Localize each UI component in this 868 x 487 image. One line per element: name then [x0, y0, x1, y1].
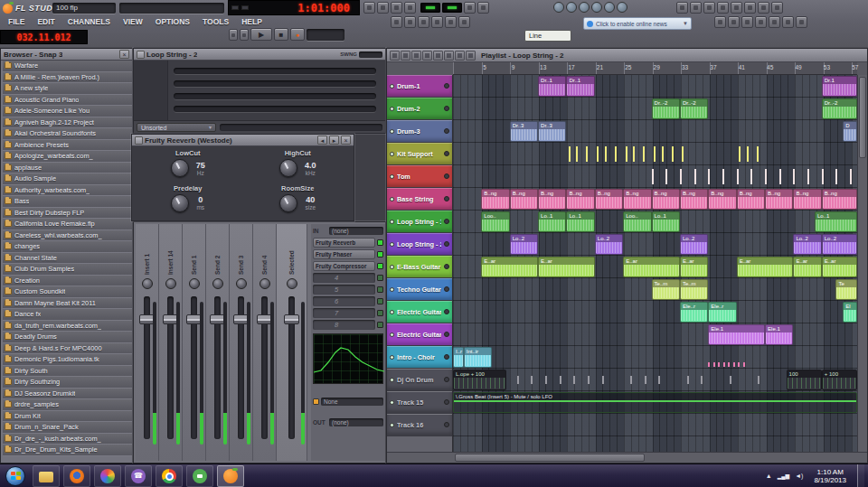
browser-item[interactable]: Akai Orchestral Soundfonts: [3, 128, 132, 140]
track-mute-icon[interactable]: [390, 242, 394, 247]
fx-enable-led[interactable]: [377, 251, 383, 258]
pattern-mark[interactable]: [672, 146, 674, 162]
browser-item[interactable]: Dr_dre_-_kush.arbeats.com_: [3, 434, 132, 445]
track-header[interactable]: Drum-1: [387, 75, 452, 98]
playlist-clip[interactable]: Te..m: [680, 279, 708, 300]
browser-item[interactable]: Drum_n_Snare_Pack: [3, 422, 132, 434]
delete-tool-icon[interactable]: [433, 51, 443, 61]
playlist-clip[interactable]: Dr..-2: [680, 98, 708, 119]
fx-slot-8[interactable]: 8: [313, 320, 383, 330]
playlist-clip[interactable]: D: [843, 121, 857, 142]
menu-tools[interactable]: TOOLS: [196, 16, 235, 28]
pattern-mark[interactable]: [701, 376, 703, 384]
time-mode-button[interactable]: [231, 5, 239, 10]
track-mute-icon[interactable]: [390, 332, 394, 337]
menu-channels[interactable]: CHANNELS: [61, 16, 117, 28]
toolbar-button-icon[interactable]: [445, 16, 457, 28]
playlist-clip[interactable]: Lo..1: [538, 211, 566, 232]
playlist-clip[interactable]: E..ar: [793, 257, 821, 277]
fx-slot-7[interactable]: 7: [313, 308, 383, 318]
pattern-mark[interactable]: [687, 376, 689, 384]
playlist-clip[interactable]: Dr..-2: [652, 98, 680, 119]
playlist-clip[interactable]: Int..ir: [464, 347, 492, 368]
browser-item[interactable]: Audio Sample: [3, 173, 132, 185]
playlist-grid[interactable]: Dr..1Dr..1Dr.1Dr..-2Dr..-2Dr..-2Dr..3Dr.…: [453, 75, 857, 452]
playlist-clip[interactable]: El: [843, 302, 857, 323]
pattern-mark[interactable]: [658, 376, 660, 384]
playlist-clip[interactable]: Dr..1: [538, 76, 566, 97]
browser-item[interactable]: Deep & Hard.s For MPC4000: [3, 343, 132, 355]
pattern-mark[interactable]: [545, 376, 547, 384]
browser-item[interactable]: Ambience Presets: [3, 140, 132, 152]
pattern-mark[interactable]: [750, 169, 752, 184]
sort-mode-dropdown[interactable]: Unsorted: [137, 123, 216, 132]
pan-knob[interactable]: [287, 278, 297, 289]
track-header[interactable]: Electric Guitar (12: [387, 323, 452, 346]
window-toggle-icon[interactable]: [553, 2, 564, 13]
track-header[interactable]: Intro - Choir: [387, 346, 452, 369]
browser-item[interactable]: Dr_Dre_Drum_Kits_Sample: [3, 445, 132, 456]
playlist-clip[interactable]: Ele.1: [708, 324, 765, 345]
pattern-mark[interactable]: [665, 169, 667, 184]
playlist-clip[interactable]: Dr..3: [538, 121, 566, 142]
close-icon[interactable]: ×: [341, 136, 351, 145]
toolbar-button-icon[interactable]: [769, 16, 780, 28]
pattern-mark[interactable]: [615, 146, 617, 162]
playlist-clip[interactable]: Ele..r: [680, 302, 708, 323]
eq-preset-select[interactable]: None: [321, 398, 383, 406]
playlist-clip[interactable]: E..ar: [623, 257, 680, 277]
playlist-clip[interactable]: I..r: [453, 347, 464, 368]
track-mute-icon[interactable]: [390, 84, 394, 89]
mixer-strip[interactable]: Send 3: [230, 224, 253, 461]
playlist-titlebar[interactable]: Playlist - Loop String - 2: [387, 49, 867, 62]
playlist-clip[interactable]: E..ar: [481, 257, 538, 277]
pencil-tool-icon[interactable]: [411, 51, 421, 61]
playlist-clip[interactable]: Lo..2: [510, 234, 538, 255]
pan-knob[interactable]: [212, 278, 223, 289]
knob-dial[interactable]: [279, 194, 297, 212]
playlist-clip[interactable]: B..ng: [822, 189, 857, 210]
menu-options[interactable]: OPTIONS: [149, 16, 196, 28]
pattern-mark[interactable]: [654, 146, 656, 162]
pattern-mark[interactable]: [626, 146, 627, 162]
scrollbar-thumb[interactable]: [859, 77, 866, 158]
browser-item[interactable]: Club Drum Samples: [3, 264, 132, 276]
pattern-mark[interactable]: [645, 376, 646, 384]
playlist-clip[interactable]: 100: [787, 370, 822, 390]
output-select[interactable]: (none): [329, 418, 383, 426]
pattern-mark[interactable]: [728, 362, 730, 367]
playlist-clip[interactable]: B..ng: [793, 189, 821, 210]
pattern-mark[interactable]: [737, 169, 739, 184]
playlist-clip[interactable]: Lo..1: [815, 211, 857, 232]
toolbar-button-icon[interactable]: [690, 2, 702, 14]
input-select[interactable]: (none): [329, 227, 383, 235]
playlist-clip[interactable]: Dr..1: [566, 76, 594, 97]
fx-enable-led[interactable]: [377, 310, 383, 316]
pan-knob[interactable]: [165, 278, 176, 289]
track-header[interactable]: Techno Guitar Rhyt: [387, 278, 452, 301]
pattern-mark[interactable]: [643, 146, 645, 162]
playlist-clip[interactable]: Te..m: [652, 279, 680, 300]
browser-item[interactable]: applause: [3, 163, 132, 174]
plugin-menu-icon[interactable]: [135, 136, 143, 145]
swing-slider[interactable]: [359, 52, 382, 58]
toolbar-button-icon[interactable]: [363, 2, 375, 14]
fx-enable-led[interactable]: [377, 263, 383, 269]
toolbar-button-icon[interactable]: [796, 16, 807, 28]
window-toggle-icon[interactable]: [566, 2, 577, 13]
fx-enable-led[interactable]: [377, 298, 383, 304]
pattern-mark[interactable]: [630, 376, 632, 384]
brush-tool-icon[interactable]: [422, 51, 432, 61]
playlist-clip[interactable]: Lo..2: [822, 234, 857, 255]
pattern-next-button[interactable]: [240, 29, 249, 41]
pattern-mark[interactable]: [758, 376, 760, 384]
toolbar-button-icon[interactable]: [391, 2, 402, 14]
menu-file[interactable]: FILE: [2, 16, 31, 28]
playlist-clip[interactable]: Dr..3: [510, 121, 538, 142]
horizontal-scrollbar[interactable]: [387, 452, 867, 463]
browser-item[interactable]: Custom Soundkit: [3, 286, 132, 298]
toolbar-button-icon[interactable]: [703, 2, 715, 14]
pattern-mark[interactable]: [793, 169, 795, 184]
playlist-clip[interactable]: E..ar: [680, 257, 708, 277]
fx-slot-3[interactable]: Fruity Compressor: [313, 261, 383, 271]
